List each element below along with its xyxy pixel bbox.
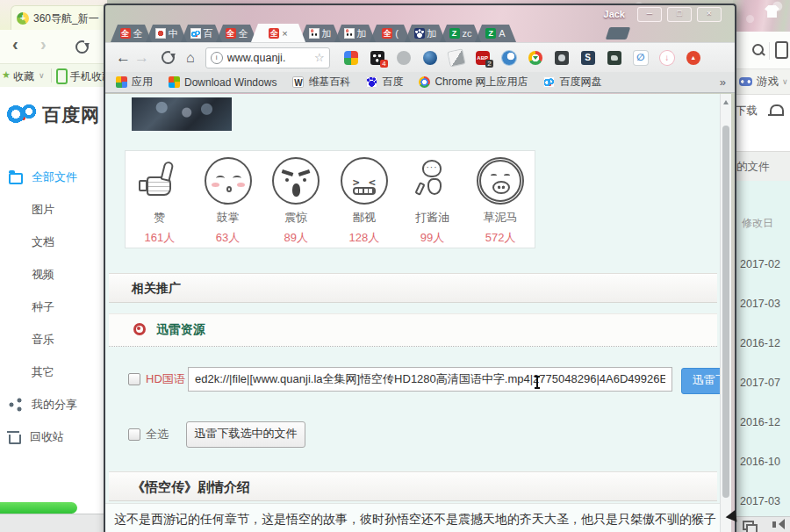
page-scrollbar[interactable]	[720, 94, 731, 532]
browser-tab[interactable]: 加	[334, 25, 376, 42]
camera-extension-icon[interactable]	[555, 51, 569, 65]
extension-glyph: ∅	[636, 52, 644, 63]
browser-tab[interactable]: 全 ×	[251, 24, 305, 42]
chevron-down-icon[interactable]: ∨	[39, 71, 45, 80]
close-button[interactable]: ×	[697, 7, 722, 22]
bookmark-label: 百度	[382, 75, 403, 90]
browser-window: Jack ─ □ × 全 全 中 百 全 全	[104, 4, 736, 532]
game-button[interactable]: 游戏	[757, 75, 779, 90]
bookmarks-overflow-button[interactable]: »	[720, 75, 726, 89]
files-tab[interactable]: 的文件	[733, 151, 790, 183]
bookmark-favicon	[366, 76, 377, 88]
new-tab-button[interactable]	[606, 27, 631, 40]
back-to-top-extension-icon[interactable]: ▲	[686, 51, 700, 65]
bg-forward-button[interactable]: ›	[40, 34, 47, 54]
reaction-item[interactable]: 震惊 89人	[262, 157, 330, 248]
download-selected-button[interactable]: 迅雷下载选中的文件	[186, 421, 305, 448]
bg-tab-360nav[interactable]: 360导航_新一	[11, 5, 107, 31]
download-helper-icon[interactable]	[528, 51, 542, 65]
s-extension-icon[interactable]: S	[581, 51, 595, 65]
sidebar-item-icon	[9, 268, 23, 282]
360nav-icon	[17, 12, 29, 25]
maximize-button[interactable]: □	[667, 7, 692, 22]
search-icon[interactable]	[752, 44, 764, 55]
sidebar-item[interactable]: 全部文件	[0, 161, 107, 193]
browser-tab[interactable]: 加	[299, 25, 341, 42]
home-button[interactable]: ⌂	[186, 51, 195, 65]
browser-tab[interactable]: 全 (	[370, 25, 411, 42]
site-info-icon[interactable]: i	[211, 52, 223, 64]
reaction-item[interactable]: 鼓掌 63人	[194, 157, 262, 248]
sidebar-item[interactable]: 我的分享	[0, 388, 107, 421]
notification-bell-icon[interactable]	[770, 104, 784, 116]
sidebar-item[interactable]: 文档	[0, 226, 107, 258]
evernote-extension-icon[interactable]	[607, 51, 621, 65]
scrollbar-up-arrow[interactable]	[723, 97, 729, 104]
reaction-item[interactable]: 草泥马 572人	[466, 157, 535, 248]
reaction-item[interactable]: 赞 161人	[126, 157, 194, 248]
tab-label: A	[499, 28, 505, 39]
url-text: www.quanji.	[227, 52, 310, 64]
apps-extension-icon[interactable]: 4	[370, 51, 384, 65]
phone-favorites-button[interactable]: 手机收藏夹	[70, 69, 107, 84]
reaction-label: 震惊	[262, 210, 330, 226]
inactive-extension-icon[interactable]	[397, 51, 411, 65]
globe-extension-icon[interactable]	[423, 51, 437, 65]
sidebar-item[interactable]: 视频	[0, 258, 107, 291]
reaction-item[interactable]: 打酱油 99人	[399, 157, 467, 248]
tab-favicon: Z	[485, 28, 496, 39]
browser-tab[interactable]: 加	[405, 25, 446, 42]
modified-date: 2017-07	[740, 363, 790, 402]
bg-back-button[interactable]: ‹	[12, 34, 18, 54]
browser-tab[interactable]: 中	[146, 25, 187, 42]
tab-label: (	[395, 28, 399, 39]
plot-paragraph: 这不是西游记的任何章节，这是悟空的故事，彼时孙悟空还不是震撼天地的齐天大圣，他只…	[105, 503, 731, 532]
movie-poster-image[interactable]	[132, 97, 232, 131]
select-all-checkbox[interactable]	[128, 428, 140, 441]
sidebar-item[interactable]: 其它	[0, 356, 107, 388]
reaction-item[interactable]: 鄙视 128人	[330, 157, 399, 248]
leaf-extension-icon[interactable]: ∅	[634, 51, 648, 65]
address-bar[interactable]: i www.quanji. ☆	[205, 47, 330, 68]
chevron-down-icon[interactable]: ∨	[782, 77, 788, 86]
file-checkbox[interactable]	[128, 373, 140, 385]
bookmark-item[interactable]: 百度	[366, 75, 403, 90]
photos-extension-icon[interactable]	[344, 51, 358, 65]
bookmark-item[interactable]: 百度网盘	[543, 75, 601, 90]
reload-button[interactable]	[162, 51, 175, 64]
browser-tab[interactable]: Z zc	[440, 25, 481, 42]
sidebar-item[interactable]: 种子	[0, 291, 107, 323]
sidebar-item[interactable]: 回收站	[0, 421, 107, 453]
browser-tab[interactable]: 百	[181, 25, 222, 42]
file-list-panel: 修改日 2017-02 2017-03 2016-12 2017-07 2016…	[733, 181, 790, 516]
bookmark-item[interactable]: Download Windows	[169, 76, 276, 89]
browser-tab[interactable]: 全 全	[216, 25, 257, 42]
speaker-icon[interactable]	[772, 521, 776, 528]
browser-tab[interactable]: Z A	[475, 25, 516, 42]
eraser-extension-icon[interactable]	[448, 49, 464, 66]
phone-icon[interactable]	[775, 41, 788, 59]
download-link[interactable]: 下载	[736, 104, 758, 119]
sidebar-item[interactable]: 图片	[0, 193, 107, 226]
sidebar-item-icon	[9, 203, 23, 217]
adblock-plus-icon[interactable]: ABP 2	[476, 51, 490, 65]
browser-tab[interactable]: 全 全	[111, 25, 152, 42]
bookmark-item[interactable]: W 维基百科	[292, 75, 350, 90]
scrollbar-thumb[interactable]	[722, 126, 729, 498]
sidebar-item-icon	[9, 333, 23, 347]
bg-reload-button[interactable]	[75, 40, 89, 54]
bookmark-item[interactable]: 应用	[116, 75, 153, 90]
bookmark-star-icon[interactable]: ☆	[314, 51, 325, 64]
sidebar-item[interactable]: 音乐	[0, 323, 107, 356]
forward-button[interactable]: →	[134, 50, 149, 65]
select-all-label: 全选	[146, 427, 169, 442]
ed2k-link-input[interactable]	[188, 367, 672, 392]
back-button[interactable]: ←	[116, 50, 131, 65]
bookmark-item[interactable]: Chrome 网上应用店	[419, 75, 528, 90]
baidu-pan-logo-text: 百度网	[42, 103, 100, 127]
favorites-button[interactable]: 收藏	[13, 69, 34, 84]
cloud-download-extension-icon[interactable]: ↓	[660, 51, 674, 65]
world-extension-icon[interactable]	[502, 51, 516, 65]
game-bar: 游戏 ∨	[733, 68, 790, 95]
minimize-button[interactable]: ─	[637, 7, 662, 22]
